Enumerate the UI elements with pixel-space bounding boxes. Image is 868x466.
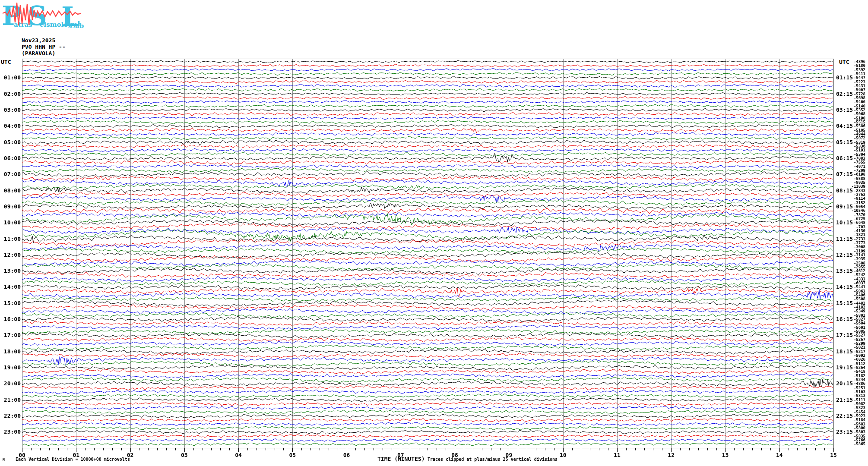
x-tick-label: 04 [230, 452, 247, 458]
left-hour-label: 01:00 [0, 75, 21, 81]
left-hour-label: 19:00 [0, 365, 21, 371]
left-hour-label: 16:00 [0, 316, 21, 322]
helicorder-trace-canvas [0, 0, 868, 466]
x-tick-label: 13 [716, 452, 734, 458]
left-hour-label: 05:00 [0, 139, 21, 145]
left-hour-label: 08:00 [0, 188, 21, 194]
x-tick-label: 06 [338, 452, 355, 458]
left-hour-label: 17:00 [0, 332, 21, 338]
footer-clip-text: Traces clipped at plus/minus 25 vertical… [428, 457, 558, 462]
left-hour-label: 15:00 [0, 300, 21, 306]
footer-mark: M [3, 458, 5, 462]
left-hour-label: 22:00 [0, 413, 21, 419]
trace-offset-value: -5865 [849, 442, 865, 446]
left-hour-label: 20:00 [0, 381, 21, 387]
left-hour-label: 03:00 [0, 107, 21, 113]
left-hour-label: 07:00 [0, 171, 21, 177]
left-hour-label: 23:00 [0, 429, 21, 435]
x-axis-title: TIME (MINUTES) [377, 456, 425, 462]
x-tick-label: 14 [771, 452, 788, 458]
footer-scale-text: Each Vertical Division = 10000+00 microv… [16, 457, 130, 462]
x-tick-label: 03 [176, 452, 193, 458]
x-tick-label: 12 [662, 452, 680, 458]
x-tick-label: 11 [608, 452, 626, 458]
left-hour-label: 11:00 [0, 236, 21, 242]
left-hour-label: 14:00 [0, 284, 21, 290]
left-hour-label: 21:00 [0, 397, 21, 403]
left-hour-label: 18:00 [0, 349, 21, 355]
left-hour-label: 13:00 [0, 268, 21, 274]
left-hour-label: 04:00 [0, 123, 21, 129]
x-tick-label: 05 [284, 452, 301, 458]
webicorder-page: P atras S eismology L ab Nov23,2025 PVO … [0, 0, 868, 466]
left-hour-label: 06:00 [0, 155, 21, 161]
x-tick-label: 15 [825, 452, 842, 458]
left-hour-label: 10:00 [0, 220, 21, 226]
left-hour-label: 12:00 [0, 252, 21, 258]
left-hour-label: 09:00 [0, 204, 21, 210]
left-hour-label: 02:00 [0, 91, 21, 97]
